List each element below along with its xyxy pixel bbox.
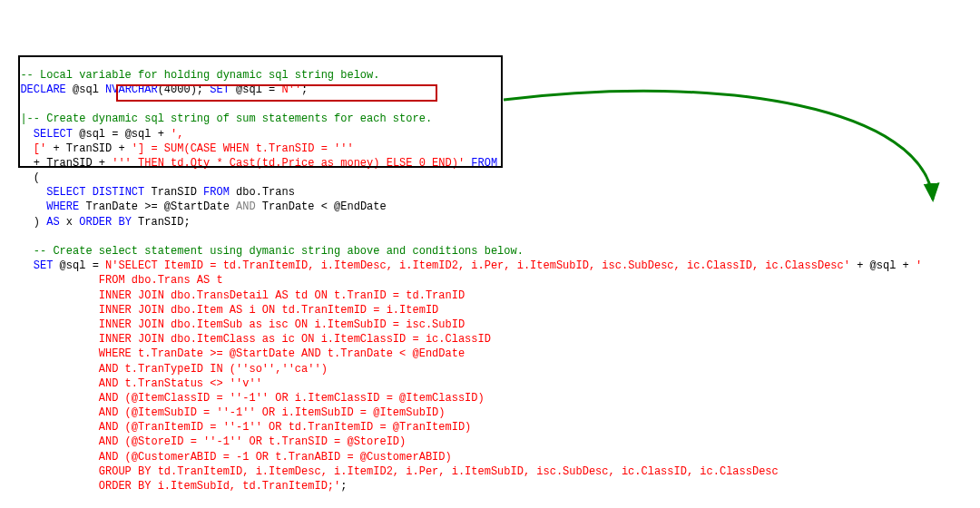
str-empty: N'' bbox=[282, 83, 302, 96]
kw-distinct: DISTINCT bbox=[85, 186, 144, 199]
code-block: -- Local variable for holding dynamic sq… bbox=[7, 68, 973, 508]
str-line: ORDER BY i.ItemSubId, td.TranItemID;' bbox=[7, 480, 340, 493]
str-line: AND (@TranItemID = ''-1'' OR td.TranItem… bbox=[7, 421, 471, 434]
kw-from: FROM bbox=[203, 186, 230, 199]
str-line: AND t.TranTypeID IN (''so'',''ca'') bbox=[7, 363, 328, 376]
str: '] = SUM(CASE WHEN t.TranSID = ''' bbox=[132, 142, 354, 155]
kw-orderby: ORDER BY bbox=[79, 216, 132, 229]
text: TranDate >= @StartDate bbox=[79, 200, 236, 213]
kw-select: SELECT bbox=[46, 186, 85, 199]
comment-line: |-- Create dynamic sql string of sum sta… bbox=[7, 112, 432, 125]
str-line: AND (@ItemClassID = ''-1'' OR i.ItemClas… bbox=[7, 392, 485, 405]
text: ); bbox=[191, 83, 211, 96]
str-line: GROUP BY td.TranItemID, i.ItemDesc, i.It… bbox=[7, 465, 779, 478]
comment-line: -- Create select statement using dymanic… bbox=[7, 245, 524, 258]
text: TranDate < @EndDate bbox=[256, 200, 387, 213]
text: x bbox=[60, 216, 80, 229]
str-line: FROM dbo.Trans AS t bbox=[7, 274, 223, 287]
text: @sql = @sql + bbox=[73, 128, 171, 141]
str-line: AND (@StoreID = ''-1'' OR t.TranSID = @S… bbox=[7, 435, 406, 448]
kw-as: AS bbox=[46, 216, 59, 229]
str-line: INNER JOIN dbo.ItemSub as isc ON i.ItemS… bbox=[7, 318, 465, 331]
str-line: INNER JOIN dbo.Item AS i ON td.TranItemI… bbox=[7, 304, 438, 317]
str-line: INNER JOIN dbo.ItemClass as ic ON i.Item… bbox=[7, 333, 491, 346]
str-select: N'SELECT ItemID = td.TranItemID, i.ItemD… bbox=[105, 259, 850, 272]
str-line: AND t.TranStatus <> ''v'' bbox=[7, 377, 262, 390]
str: ' bbox=[916, 259, 922, 272]
text: + TranSID + bbox=[7, 157, 112, 170]
kw-where: WHERE bbox=[46, 200, 79, 213]
kw-from: FROM bbox=[465, 157, 497, 170]
str-line: AND (@CustomerABID = -1 OR t.TranABID = … bbox=[7, 451, 452, 464]
semi: ; bbox=[301, 83, 308, 96]
text: + TranSID + bbox=[46, 142, 132, 155]
text: @sql = bbox=[53, 259, 105, 272]
paren: ( bbox=[7, 171, 40, 184]
kw-select: SELECT bbox=[34, 128, 73, 141]
text: + @sql + bbox=[850, 259, 916, 272]
type-nvarchar: NVARCHAR bbox=[105, 83, 158, 96]
str: ', bbox=[171, 128, 183, 141]
highlighted-fragment: THEN td.Qty * Cast(td.Price as money) EL… bbox=[138, 157, 465, 170]
text: @sql = bbox=[230, 83, 282, 96]
str: ''' bbox=[112, 157, 138, 170]
str-line: INNER JOIN dbo.TransDetail AS td ON t.Tr… bbox=[7, 289, 465, 302]
kw-set: SET bbox=[34, 259, 54, 272]
paren: ) bbox=[7, 216, 46, 229]
comment-line: -- Local variable for holding dynamic sq… bbox=[7, 69, 379, 82]
str: [' bbox=[7, 142, 46, 155]
var-sql: @sql bbox=[66, 83, 105, 96]
num-4000: 4000 bbox=[164, 83, 191, 96]
str-line: AND (@ItemSubID = ''-1'' OR i.ItemSubID … bbox=[7, 406, 445, 419]
paren: ( bbox=[158, 83, 164, 96]
text: dbo.Trans bbox=[230, 186, 295, 199]
text: TranSID bbox=[144, 186, 203, 199]
kw-and: AND bbox=[236, 200, 256, 213]
str-line: WHERE t.TranDate >= @StartDate AND t.Tra… bbox=[7, 347, 465, 360]
semi: ; bbox=[340, 480, 347, 493]
text: TranSID; bbox=[132, 216, 191, 229]
kw-set: SET bbox=[210, 83, 230, 96]
kw-declare: DECLARE bbox=[20, 83, 65, 96]
